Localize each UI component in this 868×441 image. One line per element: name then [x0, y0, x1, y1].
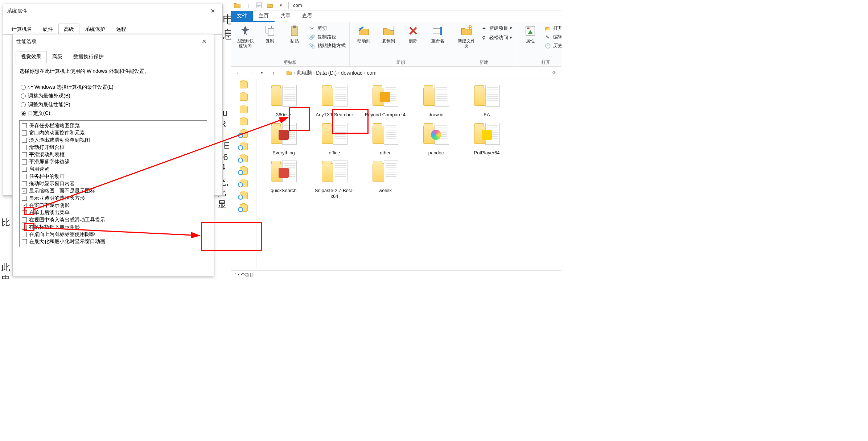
effect-checkbox-row[interactable]: 保存任务栏缩略图预览	[21, 122, 205, 129]
effect-checkbox-row[interactable]: 启用速览	[21, 166, 205, 173]
close-icon[interactable]: ✕	[207, 6, 219, 16]
delete-button[interactable]: 删除	[403, 24, 424, 43]
folder-item[interactable]: pandoc	[412, 121, 460, 156]
crumb[interactable]: com	[367, 70, 376, 76]
tab-advanced[interactable]: 高级	[47, 51, 68, 62]
nav-tree-strip[interactable]	[231, 79, 256, 268]
history-button[interactable]: 🕘历史记录	[544, 42, 561, 49]
checkbox-icon	[22, 174, 27, 179]
group-label: 剪贴板	[284, 59, 297, 66]
tab-home[interactable]: 主页	[253, 11, 275, 22]
folder-item[interactable]: office	[311, 121, 358, 156]
folder-icon[interactable]	[233, 1, 242, 9]
close-icon[interactable]: ✕	[198, 37, 210, 46]
breadcrumb[interactable]: › 此电脑› Data (D:)› download› com	[286, 70, 377, 76]
crumb[interactable]: download	[341, 70, 363, 76]
effect-checkbox-row[interactable]: 窗口内的动画控件和元素	[21, 129, 205, 137]
tab-share[interactable]: 共享	[275, 11, 296, 22]
tab-file[interactable]: 文件	[231, 11, 253, 22]
open-button[interactable]: 📂打开 ▾	[544, 25, 561, 32]
effect-checkbox-row[interactable]: 任务栏中的动画	[21, 173, 205, 180]
properties-icon[interactable]	[254, 1, 264, 9]
folder-label: welink	[379, 188, 392, 194]
crumb[interactable]: 此电脑	[297, 70, 312, 76]
effect-checkbox-row[interactable]: 显示亚透明的选择长方形	[21, 195, 205, 202]
new-item-button[interactable]: ✦新建项目 ▾	[481, 25, 512, 32]
paste-button[interactable]: 粘贴	[284, 24, 305, 43]
tab-hardware[interactable]: 硬件	[37, 24, 58, 35]
rename-button[interactable]: 重命名	[427, 24, 448, 43]
properties-button[interactable]: 属性	[520, 24, 541, 43]
folder-item[interactable]: draw.io	[412, 83, 460, 118]
effect-checkbox-row[interactable]: 平滑滚动列表框	[21, 151, 205, 158]
copy-button[interactable]: 复制	[259, 24, 280, 43]
folder-item[interactable]: welink	[362, 159, 409, 199]
effect-checkbox-row[interactable]: 在窗口下显示阴影	[21, 202, 205, 209]
effect-checkbox-row[interactable]: 在最大化和最小化时显示窗口动画	[21, 238, 205, 245]
crumb[interactable]: Data (D:)	[316, 70, 337, 76]
tab-remote[interactable]: 远程	[111, 24, 132, 35]
tab-dep[interactable]: 数据执行保护	[68, 51, 109, 62]
tab-view[interactable]: 查看	[296, 11, 318, 22]
up-button[interactable]: ↑	[269, 68, 278, 77]
refresh-button[interactable]: ⟳	[549, 68, 559, 77]
folder-item[interactable]: AnyTXT Searcher	[311, 83, 358, 118]
tab-system-protection[interactable]: 系统保护	[79, 24, 111, 35]
explorer-body: 360cseAnyTXT SearcherBeyond Compare 4dra…	[231, 79, 561, 268]
sysprops-title: 系统属性	[7, 8, 27, 14]
ribbon-tabs: 文件 主页 共享 查看	[231, 11, 561, 22]
effects-checkbox-list: 保存任务栏缩略图预览窗口内的动画控件和元素淡入淡出或滑动菜单到视图滑动打开组合框…	[19, 120, 207, 247]
tab-computer-name[interactable]: 计算机名	[6, 24, 37, 35]
tab-visual-effects[interactable]: 视觉效果	[16, 51, 47, 63]
group-label: 组织	[396, 59, 405, 66]
checkbox-label: 滑动打开组合框	[29, 144, 65, 151]
effect-checkbox-row[interactable]: 在桌面上为图标标签使用阴影	[21, 231, 205, 238]
effect-checkbox-row[interactable]: 在视图中淡入淡出或滑动工具提示	[21, 216, 205, 224]
radio-option[interactable]: 让 Windows 选择计算机的最佳设置(L)	[21, 84, 206, 91]
folder-item[interactable]: 360cse	[260, 83, 307, 118]
effect-checkbox-row[interactable]: 显示缩略图，而不是显示图标	[21, 187, 205, 195]
radio-option[interactable]: 自定义(C):	[21, 110, 206, 117]
folder-label: EA	[484, 112, 490, 118]
new-folder-button[interactable]: 新建文件夹	[456, 24, 477, 49]
dropdown-icon[interactable]: ▾	[276, 1, 285, 9]
tab-advanced[interactable]: 高级	[58, 24, 79, 35]
checkbox-label: 启用速览	[29, 166, 49, 172]
newfolder-icon	[460, 24, 473, 37]
move-to-button[interactable]: 移动到	[353, 24, 374, 43]
checkbox-label: 在窗口下显示阴影	[29, 202, 70, 209]
svg-rect-3	[291, 27, 298, 36]
folder-item[interactable]: other	[362, 121, 409, 156]
content-area[interactable]: 360cseAnyTXT SearcherBeyond Compare 4dra…	[256, 79, 561, 268]
edit-button[interactable]: ✎编辑	[544, 34, 561, 40]
copy-to-button[interactable]: 复制到	[378, 24, 399, 43]
radio-option[interactable]: 调整为最佳性能(P)	[21, 101, 206, 108]
effect-checkbox-row[interactable]: 平滑屏幕字体边缘	[21, 158, 205, 166]
folder-item[interactable]: Snipaste-2.7-Beta-x64	[311, 159, 358, 199]
folder-item[interactable]: Everything	[260, 121, 307, 156]
paste-shortcut-button[interactable]: 📎粘贴快捷方式	[309, 42, 346, 49]
easy-access-button[interactable]: ⚲轻松访问 ▾	[481, 34, 512, 41]
folder-label: Everything	[272, 150, 295, 156]
folder-label: PotPlayer64	[474, 150, 500, 156]
radio-option[interactable]: 调整为最佳外观(B)	[21, 93, 206, 99]
forward-button[interactable]: →	[246, 68, 255, 77]
effect-checkbox-row[interactable]: 淡入淡出或滑动菜单到视图	[21, 137, 205, 144]
effect-checkbox-row[interactable]: 拖动时显示窗口内容	[21, 180, 205, 187]
folder-item[interactable]: PotPlayer64	[463, 121, 510, 156]
recent-dropdown[interactable]: ▾	[257, 68, 267, 77]
folder-small-icon[interactable]	[265, 1, 275, 9]
folder-item[interactable]: quickSearch	[260, 159, 307, 199]
open-icon: 📂	[544, 25, 551, 32]
folder-label: draw.io	[428, 112, 443, 118]
effect-checkbox-row[interactable]: 在鼠标指针下显示阴影	[21, 224, 205, 231]
back-button[interactable]: ←	[234, 68, 243, 77]
folder-item[interactable]: Beyond Compare 4	[362, 83, 409, 118]
folder-item[interactable]: EA	[463, 83, 510, 118]
separator	[282, 69, 282, 76]
effect-checkbox-row[interactable]: 滑动打开组合框	[21, 144, 205, 151]
cut-button[interactable]: ✂剪切	[309, 25, 346, 32]
copy-path-button[interactable]: 🔗复制路径	[309, 34, 346, 40]
effect-checkbox-row[interactable]: 在单击后淡出菜单	[21, 209, 205, 216]
pin-to-quick-access-button[interactable]: 固定到快速访问	[235, 24, 256, 49]
